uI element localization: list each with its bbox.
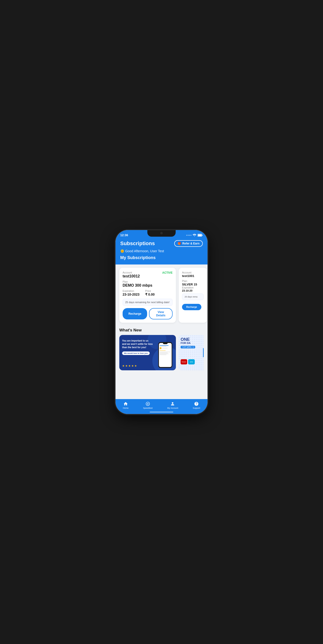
nav-my-account[interactable]: My Account <box>167 402 178 409</box>
home-indicator <box>150 412 173 412</box>
whats-new-section: What's New You are important to us and w… <box>116 326 208 370</box>
subscriptions-section-title: My Subscriptions <box>120 255 203 260</box>
page-title: Subscriptions <box>120 240 155 246</box>
price-label-1: Price <box>145 290 155 292</box>
nav-home-label: Home <box>123 407 128 409</box>
refer-earn-button[interactable]: 🎁 Refer & Earn <box>174 240 203 247</box>
wifi-icon <box>192 234 196 237</box>
price-value-1: ₹ 0.00 <box>145 292 155 296</box>
subscription-card-2: Account test1001 Plan SILVER 15 Expirati… <box>179 268 207 323</box>
recharge-button-2[interactable]: Recharge <box>182 304 201 310</box>
plan-label-1: Plan <box>122 280 172 283</box>
banner-headline-1: You are important to us and we won't set… <box>122 339 153 349</box>
home-icon <box>123 402 128 406</box>
account-label-1: Account <box>122 271 140 274</box>
speedtest-icon <box>146 402 150 406</box>
status-time: 12:36 <box>120 233 128 237</box>
review-banner[interactable]: You are important to us and we won't set… <box>119 335 176 370</box>
banner2-one-label: ONE <box>180 337 204 342</box>
billing-note-2: 25 days rema <box>182 294 204 300</box>
expiry-label-1: Expiration <box>122 290 140 292</box>
nav-support[interactable]: Support <box>193 402 200 409</box>
billing-note-1: 25 days remaining for next billing date! <box>122 299 172 306</box>
banner-stars: ★ ★ ★ ★ ★ <box>122 364 137 368</box>
svg-rect-1 <box>198 234 202 236</box>
gift-icon: 🎁 <box>178 242 181 245</box>
expiry-label-2: Expiration <box>182 286 204 289</box>
expiry-value-1: 23-10-2023 <box>122 292 140 296</box>
nav-home[interactable]: Home <box>123 402 128 409</box>
account-name-2: test1001 <box>182 274 204 278</box>
support-icon <box>194 402 199 406</box>
sun-emoji: 🌞 <box>120 249 124 253</box>
sonyliv-logo: SonyLiv <box>180 359 187 364</box>
prime-logo: prime <box>188 359 195 364</box>
account-name-1: test10012 <box>122 274 140 278</box>
greeting-text: 🌞 Good Afternoon, User Test <box>120 249 203 253</box>
expiry-value-2: 23-10-20 <box>182 289 204 292</box>
main-content: Account test10012 ACTIVE Plan DEMO 300 m… <box>116 264 208 399</box>
nav-my-account-label: My Account <box>167 407 178 409</box>
ott-banner[interactable]: ONE FOR DA 7 OTT APPS + 3 SonyLiv prime <box>178 335 204 370</box>
phone-mockup-image: ★★★★★ <box>158 342 174 370</box>
plan-name-1: DEMO 300 mbps <box>122 283 172 288</box>
banner2-badge: 7 OTT APPS + 3 <box>180 346 195 348</box>
my-account-icon <box>170 402 175 406</box>
signal-dots-icon <box>186 235 192 236</box>
plan-name-2: SILVER 15 <box>182 283 204 286</box>
battery-icon <box>198 234 203 237</box>
subscriptions-row: Account test10012 ACTIVE Plan DEMO 300 m… <box>116 264 208 326</box>
banner-cta-1: We would love to hear you <box>122 352 150 355</box>
card-status-1: ACTIVE <box>162 271 172 274</box>
svg-rect-2 <box>202 235 203 236</box>
banner2-for-label: FOR DA <box>180 342 204 344</box>
whats-new-title: What's New <box>119 328 204 332</box>
nav-support-label: Support <box>193 407 200 409</box>
status-icons <box>186 234 203 237</box>
nav-speedtest[interactable]: Speedtest <box>143 402 153 409</box>
recharge-button-1[interactable]: Recharge <box>122 308 147 320</box>
banners-row: You are important to us and we won't set… <box>119 335 204 370</box>
subscription-card-1: Account test10012 ACTIVE Plan DEMO 300 m… <box>119 268 176 323</box>
view-details-button-1[interactable]: View Details <box>149 308 172 320</box>
plan-label-2: Plan <box>182 280 204 282</box>
account-label-2: Account <box>182 271 204 274</box>
header: Subscriptions 🎁 Refer & Earn 🌞 Good Afte… <box>116 238 208 264</box>
nav-speedtest-label: Speedtest <box>143 407 153 409</box>
